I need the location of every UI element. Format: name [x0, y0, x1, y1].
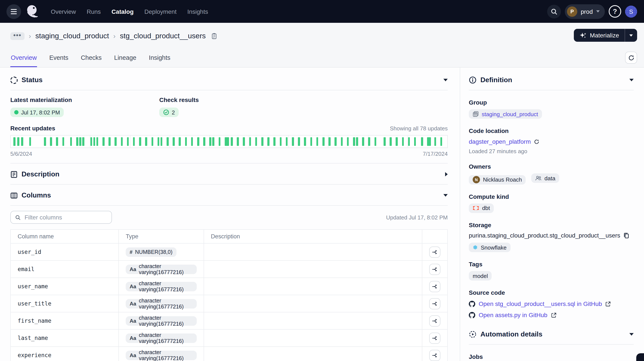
nav-link-deployment[interactable]: Deployment	[144, 8, 176, 15]
update-event-bar[interactable]	[102, 137, 104, 146]
update-event-bar[interactable]	[96, 137, 98, 146]
collapse-status-icon[interactable]	[444, 79, 448, 81]
update-event-bar[interactable]	[185, 137, 187, 146]
update-event-bar[interactable]	[286, 137, 288, 146]
view-column-lineage-button[interactable]	[429, 246, 440, 258]
update-event-bar[interactable]	[108, 137, 110, 146]
update-event-bar[interactable]	[408, 137, 410, 146]
update-event-bar[interactable]	[115, 137, 117, 146]
collapse-automation-icon[interactable]	[629, 333, 634, 336]
source-code-link-2[interactable]: Open assets.py in GitHub	[469, 312, 634, 318]
update-event-bar[interactable]	[93, 137, 95, 146]
latest-materialization-pill[interactable]: Jul 17, 8:02 PM	[10, 108, 64, 117]
update-event-bar[interactable]	[82, 137, 84, 146]
update-event-bar[interactable]	[160, 137, 162, 146]
update-event-bar[interactable]	[56, 137, 58, 146]
update-event-bar[interactable]	[231, 137, 233, 146]
view-column-lineage-button[interactable]	[429, 332, 440, 344]
update-event-bar[interactable]	[121, 137, 123, 146]
update-event-bar[interactable]	[21, 137, 23, 146]
update-event-bar[interactable]	[243, 137, 245, 146]
copy-asset-name-icon[interactable]	[211, 33, 218, 39]
compute-kind-chip[interactable]: dbt	[469, 203, 494, 213]
code-location-link[interactable]: dagster_open_platform	[469, 138, 540, 145]
expand-description-icon[interactable]	[445, 172, 448, 176]
dagster-logo-icon[interactable]	[25, 4, 40, 19]
refresh-button[interactable]	[625, 52, 637, 64]
update-event-bar[interactable]	[396, 137, 398, 146]
update-event-bar[interactable]	[347, 137, 349, 146]
view-column-lineage-button[interactable]	[429, 298, 440, 309]
copy-icon[interactable]	[623, 232, 629, 239]
update-event-bar[interactable]	[151, 137, 153, 146]
collapse-columns-icon[interactable]	[444, 194, 448, 197]
source-code-link-1[interactable]: Open stg_cloud_product__users.sql in Git…	[469, 300, 634, 307]
update-event-bar[interactable]	[197, 137, 199, 146]
update-event-bar[interactable]	[335, 137, 337, 146]
update-event-bar[interactable]	[353, 137, 355, 146]
view-column-lineage-button[interactable]	[429, 281, 440, 292]
update-event-bar[interactable]	[225, 137, 229, 146]
update-event-bar[interactable]	[203, 137, 205, 146]
update-event-bar[interactable]	[298, 137, 300, 146]
update-event-bar[interactable]	[304, 137, 306, 146]
materialize-button[interactable]: Materialize	[574, 29, 625, 42]
nav-link-runs[interactable]: Runs	[87, 8, 101, 15]
update-event-bar[interactable]	[255, 137, 257, 146]
update-event-bar[interactable]	[62, 137, 64, 146]
search-icon[interactable]	[547, 4, 561, 18]
tab-events[interactable]: Events	[49, 51, 69, 67]
update-event-bar[interactable]	[172, 137, 174, 146]
update-event-bar[interactable]	[356, 137, 358, 146]
tab-overview[interactable]: Overview	[10, 51, 37, 67]
breadcrumb-ellipsis-button[interactable]: •••	[10, 32, 24, 40]
update-event-bar[interactable]	[210, 137, 211, 146]
user-avatar[interactable]: S	[625, 5, 637, 17]
update-event-bar[interactable]	[13, 137, 15, 146]
tab-insights[interactable]: Insights	[148, 51, 171, 67]
view-column-lineage-button[interactable]	[429, 315, 440, 326]
group-chip[interactable]: staging_cloud_product	[469, 109, 542, 119]
update-event-bar[interactable]	[384, 137, 386, 146]
update-event-bar[interactable]	[179, 137, 181, 146]
owner-user-chip[interactable]: N Nicklaus Roach	[469, 175, 526, 184]
collapse-definition-icon[interactable]	[629, 79, 634, 81]
update-event-bar[interactable]	[362, 137, 364, 146]
nav-link-insights[interactable]: Insights	[187, 8, 208, 15]
update-event-bar[interactable]	[328, 137, 330, 146]
update-event-bar[interactable]	[402, 137, 404, 146]
update-event-bar[interactable]	[237, 137, 239, 146]
update-event-bar[interactable]	[44, 137, 46, 146]
help-icon[interactable]: ?	[609, 5, 621, 18]
update-event-bar[interactable]	[50, 137, 52, 146]
owner-team-chip[interactable]: data	[531, 173, 560, 183]
filter-columns-input[interactable]	[24, 213, 107, 221]
update-event-bar[interactable]	[212, 137, 214, 146]
tab-lineage[interactable]: Lineage	[114, 51, 137, 67]
update-event-bar[interactable]	[280, 137, 282, 146]
check-results-pill[interactable]: 2	[159, 108, 179, 117]
update-event-bar[interactable]	[76, 137, 78, 146]
recent-updates-timeline[interactable]	[10, 135, 448, 148]
update-event-bar[interactable]	[310, 137, 312, 146]
storage-kind-chip[interactable]: ❅ Snowflake	[469, 243, 510, 252]
update-event-bar[interactable]	[218, 137, 220, 146]
update-event-bar[interactable]	[434, 137, 436, 146]
deployment-switcher[interactable]: P prod	[565, 4, 605, 19]
update-event-bar[interactable]	[133, 137, 135, 146]
update-event-bar[interactable]	[249, 137, 251, 146]
chat-widget-corner[interactable]	[636, 353, 644, 361]
reload-icon[interactable]	[534, 139, 540, 144]
update-event-bar[interactable]	[292, 137, 294, 146]
update-event-bar[interactable]	[145, 137, 147, 146]
update-event-bar[interactable]	[316, 137, 318, 146]
view-column-lineage-button[interactable]	[429, 264, 440, 275]
tag-chip[interactable]: model	[469, 271, 492, 281]
update-event-bar[interactable]	[274, 137, 276, 146]
nav-link-catalog[interactable]: Catalog	[112, 8, 134, 15]
update-event-bar[interactable]	[341, 137, 343, 146]
update-event-bar[interactable]	[157, 137, 159, 146]
update-event-bar[interactable]	[261, 137, 263, 146]
update-event-bar[interactable]	[374, 137, 376, 146]
update-event-bar[interactable]	[414, 137, 416, 146]
